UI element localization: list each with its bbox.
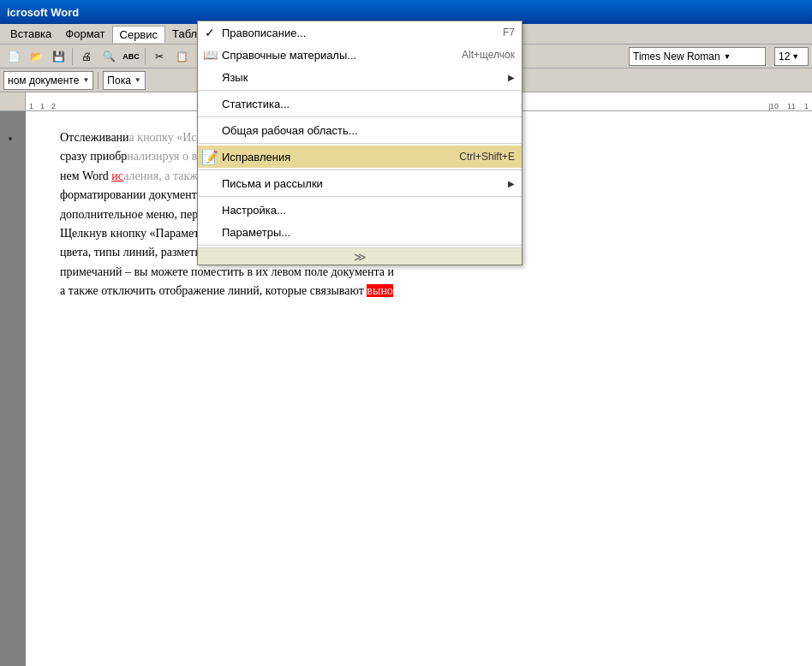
ruler-tick: 1 [40, 102, 45, 110]
references-shortcut: Alt+щелчок [462, 49, 515, 61]
font-size-arrow: ▼ [791, 52, 799, 61]
menu-item-language[interactable]: Язык ▶ [198, 66, 522, 88]
service-menu: ✓ Правописание... F7 📖 Справочные матери… [197, 21, 522, 265]
menu-item-spelling[interactable]: ✓ Правописание... F7 [198, 21, 522, 44]
paragraph-8: примечаний – вы можете поместить в их ле… [60, 263, 778, 282]
menu-item-workarea[interactable]: Общая рабочая область... [198, 119, 522, 141]
menu-item-letters[interactable]: Письма и рассылки ▶ [198, 172, 522, 194]
text-p1b: а кнопку «Ис» [129, 131, 203, 144]
font-name-label: Times New Roman [633, 51, 720, 62]
corrections-label: Исправления [222, 151, 442, 164]
margin-marker [9, 137, 12, 140]
corrections-icon: 📝 [201, 148, 218, 165]
preview-button[interactable]: 🔍 [99, 47, 119, 66]
text-p9-highlight: выно [367, 284, 393, 297]
left-margin [0, 111, 26, 666]
save-button[interactable]: 💾 [48, 47, 69, 66]
spell-icon: ABC [122, 52, 140, 61]
text-p9a: а также отключить отображение линий, кот… [60, 284, 367, 297]
spelling-shortcut: F7 [503, 27, 515, 39]
sep-1 [198, 90, 522, 91]
sep-5 [198, 196, 522, 197]
copy-button[interactable]: 📋 [171, 47, 192, 66]
statistics-label: Статистика... [222, 98, 515, 110]
parameters-label: Параметры... [222, 226, 515, 239]
doc-dropdown[interactable]: ном документе ▼ [3, 71, 93, 90]
menu-item-settings[interactable]: Настройка... [198, 199, 522, 221]
paragraph-9: а также отключить отображение линий, кот… [60, 282, 778, 300]
sep-4 [198, 169, 522, 170]
new-icon: 📄 [8, 51, 21, 62]
menu-insert[interactable]: Вставка [3, 26, 58, 42]
letters-label: Письма и рассылки [222, 177, 508, 190]
letters-arrow: ▶ [508, 179, 515, 188]
menu-service[interactable]: Сервис [112, 26, 166, 43]
text-p3a: нем Word [60, 169, 111, 182]
print-button[interactable]: 🖨 [76, 47, 97, 66]
view-dropdown-arrow: ▼ [134, 76, 141, 84]
menu-item-references[interactable]: 📖 Справочные материалы... Alt+щелчок [198, 44, 522, 66]
menu-format[interactable]: Формат [58, 26, 111, 42]
font-size-box[interactable]: 12 ▼ [774, 47, 809, 66]
font-name-box[interactable]: Times New Roman ▼ [629, 47, 766, 66]
expand-chevron-icon: ≫ [354, 250, 367, 264]
sep2 [145, 48, 146, 65]
language-label: Язык [222, 71, 508, 84]
workarea-label: Общая рабочая область... [222, 124, 515, 137]
ruler-tick: 10 [770, 102, 779, 110]
text-p3-red: ис [111, 169, 123, 182]
sep-t2 [98, 72, 99, 89]
ruler-tick: 1 [804, 102, 809, 110]
spelling-icon: ✓ [201, 24, 218, 41]
language-arrow: ▶ [508, 73, 515, 82]
ruler-tick: 11 [787, 102, 796, 110]
sep1 [72, 48, 73, 65]
menu-item-parameters[interactable]: Параметры... [198, 221, 522, 243]
open-button[interactable]: 📂 [26, 47, 46, 66]
text-p3b: аления, а такж [123, 169, 198, 182]
title-text: icrosoft Word [7, 6, 79, 19]
spelling-label: Правописание... [222, 27, 486, 39]
text-p1a: Отслеживани [60, 131, 129, 144]
sep-2 [198, 116, 522, 117]
text-p2b: нализируя о вк [127, 150, 203, 163]
references-icon: 📖 [201, 46, 218, 63]
open-icon: 📂 [30, 51, 43, 62]
ruler-left [0, 92, 26, 110]
references-label: Справочные материалы... [222, 49, 445, 62]
cut-icon: ✂ [155, 51, 164, 62]
cut-button[interactable]: ✂ [149, 47, 170, 66]
text-p2a: сразу приобр [60, 150, 127, 163]
spell-button[interactable]: ABC [121, 47, 141, 66]
ruler-tick: 2 [51, 102, 56, 110]
expand-menu-button[interactable]: ≫ [198, 247, 522, 265]
settings-label: Настройка... [222, 204, 515, 217]
font-size-label: 12 [779, 51, 790, 62]
menu-item-statistics[interactable]: Статистика... [198, 92, 522, 115]
ruler-tick: 1 [29, 102, 33, 110]
copy-icon: 📋 [176, 51, 188, 62]
sep-6 [198, 245, 522, 246]
view-dropdown-label: Пока [107, 74, 131, 86]
save-icon: 💾 [52, 51, 65, 62]
text-p8: примечаний – вы можете поместить в их ле… [60, 265, 394, 278]
doc-dropdown-label: ном документе [8, 74, 79, 86]
preview-icon: 🔍 [103, 51, 116, 62]
new-button[interactable]: 📄 [3, 47, 24, 66]
doc-dropdown-arrow: ▼ [82, 76, 89, 84]
menu-item-corrections[interactable]: 📝 Исправления Ctrl+Shift+E [198, 146, 522, 168]
print-icon: 🖨 [81, 51, 92, 62]
font-name-arrow: ▼ [724, 52, 731, 61]
sep-3 [198, 143, 522, 144]
view-dropdown[interactable]: Пока ▼ [103, 71, 145, 90]
service-dropdown: ✓ Правописание... F7 📖 Справочные матери… [197, 21, 522, 265]
corrections-shortcut: Ctrl+Shift+E [459, 151, 515, 163]
